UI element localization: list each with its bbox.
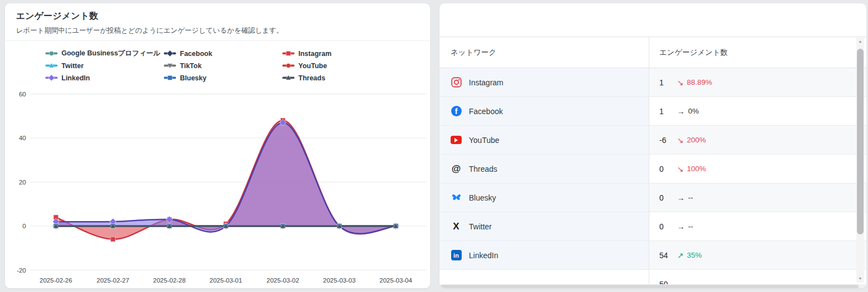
legend-marker-icon bbox=[45, 62, 58, 70]
legend-marker-icon bbox=[163, 49, 177, 58]
network-table: ネットワーク エンゲージメント数 Instagram 1 ↘ 88.89% f … bbox=[440, 37, 866, 289]
network-cell: Instagram bbox=[440, 68, 649, 96]
legend-label: Instagram bbox=[298, 50, 332, 58]
trend-indicator: ↗ 35% bbox=[677, 251, 702, 260]
engagement-cell: 1 → 0% bbox=[649, 97, 866, 125]
network-cell: X Twitter bbox=[440, 212, 649, 240]
table-row: YouTube -6 ↘ 200% bbox=[440, 126, 866, 155]
column-header-network: ネットワーク bbox=[440, 37, 649, 68]
network-cell: YouTube bbox=[440, 126, 649, 154]
network-name: Instagram bbox=[469, 78, 503, 87]
engagement-cell: 0 → -- bbox=[649, 212, 866, 240]
facebook-icon: f bbox=[451, 106, 462, 116]
trend-percent: 35% bbox=[687, 251, 702, 259]
table-body: Instagram 1 ↘ 88.89% f Facebook 1 → 0% bbox=[440, 68, 866, 289]
series-area[interactable] bbox=[56, 122, 396, 234]
x-tick-label: 2025-02-26 bbox=[40, 277, 73, 284]
vertical-scrollbar[interactable]: ▲ ▼ bbox=[856, 38, 864, 283]
legend-item-tiktok[interactable]: TikTok bbox=[163, 60, 282, 71]
scroll-down-arrow-icon[interactable]: ▼ bbox=[856, 275, 864, 283]
trend-indicator: → -- bbox=[677, 222, 693, 231]
network-cell: f Facebook bbox=[440, 97, 649, 125]
legend-marker-icon bbox=[45, 74, 58, 82]
trend-percent: 200% bbox=[687, 136, 706, 144]
column-header-engagement: エンゲージメント数 bbox=[649, 37, 866, 68]
engagement-cell: 1 ↘ 88.89% bbox=[649, 68, 866, 96]
table-row: f Facebook 1 → 0% bbox=[440, 97, 866, 126]
engagement-line-chart[interactable]: 6040200-202025-02-262025-02-272025-02-28… bbox=[5, 85, 430, 289]
legend-item-threads[interactable]: Threads bbox=[282, 73, 426, 83]
horizontal-scrollbar-thumb[interactable] bbox=[441, 285, 859, 288]
network-cell: in LinkedIn bbox=[440, 241, 649, 269]
x-tick-label: 2025-03-02 bbox=[267, 277, 299, 284]
legend-item-bluesky[interactable]: Bluesky bbox=[163, 73, 282, 83]
legend-marker-icon bbox=[45, 49, 58, 58]
engagement-value: 54 bbox=[659, 251, 673, 260]
y-tick-label: 60 bbox=[19, 91, 26, 98]
youtube-icon bbox=[451, 136, 462, 144]
legend-item-twitter[interactable]: Twitter bbox=[45, 60, 163, 71]
trend-percent: 88.89% bbox=[687, 78, 712, 86]
trend-indicator: → -- bbox=[677, 193, 693, 202]
legend-marker-icon bbox=[282, 74, 295, 82]
legend-label: Facebook bbox=[180, 50, 212, 58]
horizontal-scrollbar[interactable] bbox=[440, 284, 866, 288]
legend-item-facebook[interactable]: Facebook bbox=[163, 48, 282, 59]
engagement-value: 1 bbox=[659, 78, 673, 87]
vertical-scrollbar-thumb[interactable] bbox=[857, 49, 864, 234]
x-tick-label: 2025-03-03 bbox=[323, 277, 356, 284]
y-tick-label: -20 bbox=[17, 267, 26, 274]
chart-header: エンゲージメント数 レポート期間中にユーザーが投稿とどのようにエンゲージしている… bbox=[5, 3, 430, 40]
twitter-icon: X bbox=[453, 222, 459, 231]
x-tick-label: 2025-03-04 bbox=[380, 277, 412, 284]
trend-indicator: ↘ 200% bbox=[677, 136, 706, 145]
legend-item-google-business-[interactable]: Google Businessプロフィール bbox=[45, 48, 163, 59]
trend-arrow-icon: → bbox=[677, 222, 685, 231]
table-row: Instagram 1 ↘ 88.89% bbox=[440, 68, 866, 97]
engagement-cell: 0 → -- bbox=[649, 183, 866, 212]
engagement-value: 0 bbox=[659, 222, 673, 231]
x-tick-label: 2025-03-01 bbox=[210, 277, 242, 284]
engagement-cell: 54 ↗ 35% bbox=[649, 241, 866, 269]
chart-legend: Google Businessプロフィール Facebook Instagram… bbox=[45, 48, 426, 83]
network-name: Facebook bbox=[469, 107, 503, 116]
table-row: in LinkedIn 54 ↗ 35% bbox=[440, 241, 866, 270]
legend-label: Twitter bbox=[61, 62, 84, 70]
trend-arrow-icon: ↗ bbox=[677, 251, 684, 260]
legend-marker-icon bbox=[282, 49, 295, 58]
trend-arrow-icon: → bbox=[677, 107, 685, 116]
scroll-up-arrow-icon[interactable]: ▲ bbox=[856, 38, 864, 45]
engagement-value: 0 bbox=[659, 165, 673, 173]
y-tick-label: 40 bbox=[19, 135, 26, 141]
series-line[interactable] bbox=[56, 122, 396, 234]
table-row: @ Threads 0 ↘ 100% bbox=[440, 155, 866, 183]
linkedin-icon: in bbox=[451, 250, 462, 260]
table-top-space bbox=[440, 3, 866, 37]
dashboard: エンゲージメント数 レポート期間中にユーザーが投稿とどのようにエンゲージしている… bbox=[0, 0, 868, 292]
engagement-value: 0 bbox=[659, 193, 673, 202]
table-wrap: ネットワーク エンゲージメント数 Instagram 1 ↘ 88.89% f … bbox=[440, 3, 866, 288]
legend-label: TikTok bbox=[180, 62, 202, 70]
engagement-chart-card: エンゲージメント数 レポート期間中にユーザーが投稿とどのようにエンゲージしている… bbox=[4, 3, 431, 289]
legend-marker-icon bbox=[163, 62, 177, 70]
legend-marker-icon bbox=[282, 62, 295, 70]
trend-percent: -- bbox=[688, 222, 693, 230]
trend-percent: 100% bbox=[687, 165, 706, 173]
legend-marker-icon bbox=[163, 74, 177, 82]
network-name: Bluesky bbox=[469, 193, 496, 202]
network-name: YouTube bbox=[469, 136, 499, 145]
engagement-value: -6 bbox=[659, 136, 673, 145]
trend-indicator: ↘ 100% bbox=[677, 165, 706, 173]
trend-percent: -- bbox=[688, 193, 693, 202]
legend-item-youtube[interactable]: YouTube bbox=[282, 60, 426, 71]
network-table-card: ネットワーク エンゲージメント数 Instagram 1 ↘ 88.89% f … bbox=[439, 3, 867, 289]
legend-label: Threads bbox=[298, 74, 326, 82]
x-tick-label: 2025-02-28 bbox=[153, 277, 186, 284]
legend-item-linkedin[interactable]: LinkedIn bbox=[45, 73, 163, 83]
trend-arrow-icon: ↘ bbox=[677, 136, 684, 145]
bluesky-icon bbox=[451, 193, 462, 202]
network-name: Threads bbox=[469, 165, 497, 173]
network-name: Twitter bbox=[469, 222, 492, 231]
legend-item-instagram[interactable]: Instagram bbox=[282, 48, 426, 59]
network-cell: @ Threads bbox=[440, 155, 649, 183]
